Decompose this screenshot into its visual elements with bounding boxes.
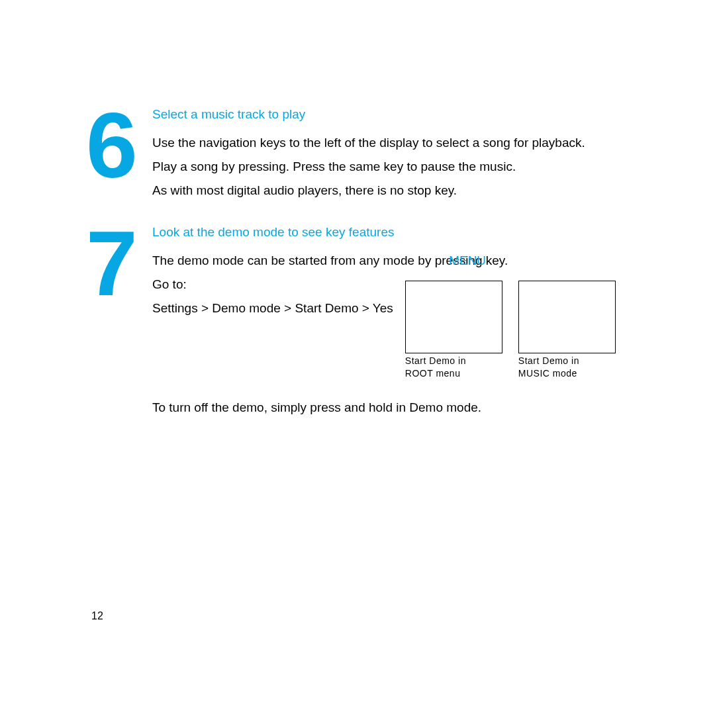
step-6-number: 6 xyxy=(86,106,146,185)
screenshot-1: Start Demo in ROOT menu xyxy=(405,281,502,379)
step-7-menu-path: Settings > Demo mode > Start Demo > Yes xyxy=(152,296,393,320)
step-6: 6 Select a music track to play Use the n… xyxy=(86,106,629,203)
screenshot-1-caption: Start Demo in ROOT menu xyxy=(405,355,502,379)
screenshot-group: Start Demo in ROOT menu Start Demo in MU… xyxy=(405,281,616,379)
step-6-content: Select a music track to play Use the nav… xyxy=(152,106,629,203)
step-6-line-3: As with most digital audio players, ther… xyxy=(152,179,629,203)
step-7-title: Look at the demo mode to see key feature… xyxy=(152,225,629,240)
screenshot-2-box xyxy=(518,281,616,353)
step-7: 7 Look at the demo mode to see key featu… xyxy=(86,224,629,379)
step-6-title: Select a music track to play xyxy=(152,107,629,122)
screenshot-1-caption-l1: Start Demo in xyxy=(405,355,466,366)
screenshot-2: Start Demo in MUSIC mode xyxy=(518,281,616,379)
screenshot-1-caption-l2: ROOT menu xyxy=(405,368,461,379)
step-7-content: Look at the demo mode to see key feature… xyxy=(152,224,629,379)
step-7-line-1-post: key. xyxy=(483,253,508,267)
step-6-line-1: Use the navigation keys to the left of t… xyxy=(152,131,629,155)
step-6-line-2: Play a song by pressing. Press the same … xyxy=(152,155,629,179)
screenshot-1-box xyxy=(405,281,502,353)
step-7-path-row: Settings > Demo mode > Start Demo > Yes … xyxy=(152,296,629,379)
menu-key-label: MENU xyxy=(449,249,486,273)
step-6-body: Use the navigation keys to the left of t… xyxy=(152,131,629,203)
step-7-closing: To turn off the demo, simply press and h… xyxy=(152,400,629,415)
step-7-line-1-pre: The demo mode can be started from any mo… xyxy=(152,253,453,267)
screenshot-2-caption-l2: MUSIC mode xyxy=(518,368,577,379)
step-7-body: The demo mode can be started from any mo… xyxy=(152,249,629,379)
page-number: 12 xyxy=(91,610,103,622)
screenshot-2-caption: Start Demo in MUSIC mode xyxy=(518,355,616,379)
step-7-number: 7 xyxy=(86,224,146,302)
step-7-line-1: The demo mode can be started from any mo… xyxy=(152,249,629,273)
screenshot-2-caption-l1: Start Demo in xyxy=(518,355,579,366)
